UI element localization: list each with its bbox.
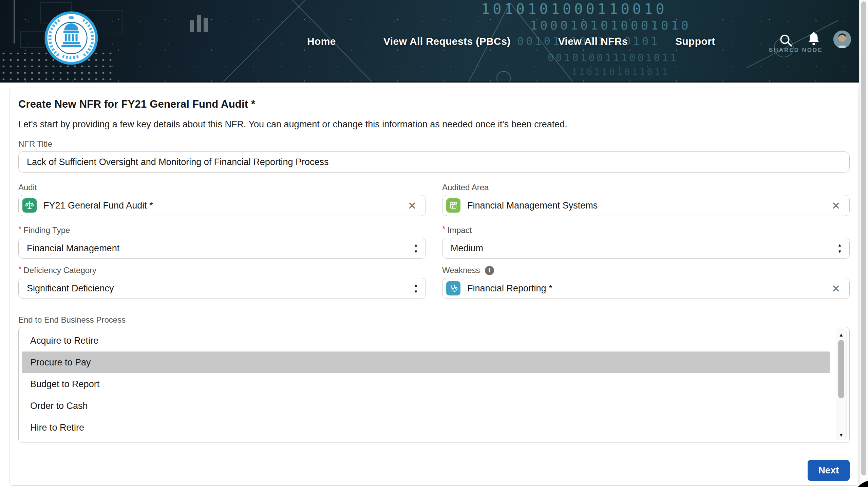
- deficiency-category-label: * Deficiency Category: [18, 266, 426, 275]
- audit-label: Audit: [18, 183, 426, 192]
- business-process-listbox[interactable]: Acquire to Retire Procure to Pay Budget …: [18, 327, 850, 443]
- audit-pill-value: FY21 General Fund Audit *: [43, 200, 153, 211]
- next-button[interactable]: Next: [808, 460, 850, 481]
- business-process-label: End to End Business Process: [18, 315, 850, 325]
- finding-type-value: Financial Management: [27, 243, 119, 254]
- stepper-up-arrow: ▲: [414, 243, 418, 247]
- stepper-down-arrow: ▼: [837, 249, 842, 254]
- scroll-down-arrow-icon[interactable]: ▼: [836, 432, 846, 438]
- search-icon[interactable]: [779, 33, 793, 49]
- required-asterisk: *: [442, 227, 445, 231]
- info-icon[interactable]: i: [485, 266, 494, 275]
- business-process-label-text: End to End Business Process: [18, 315, 126, 325]
- finding-type-select[interactable]: Financial Management ▲ ▼: [18, 238, 426, 259]
- nav-view-all-nfrs[interactable]: View All NFRs: [558, 36, 628, 47]
- deficiency-category-select[interactable]: Significant Deficiency ▲ ▼: [18, 278, 426, 299]
- deficiency-category-label-text: Deficiency Category: [23, 266, 96, 275]
- impact-label-text: Impact: [447, 226, 472, 235]
- impact-select[interactable]: Medium ▲ ▼: [442, 238, 850, 259]
- select-stepper-icon: ▲ ▼: [414, 283, 418, 294]
- audit-label-text: Audit: [18, 183, 37, 192]
- bank-seal-icon: [44, 11, 98, 65]
- finding-type-label-text: Finding Type: [23, 226, 70, 235]
- stepper-down-arrow: ▼: [414, 249, 418, 254]
- app-header: 1010101000110010 1000101010001010 001010…: [0, 0, 859, 83]
- nav-home[interactable]: Home: [307, 36, 336, 47]
- main-navigation: Home View All Requests (PBCs) View All N…: [307, 0, 715, 83]
- user-avatar[interactable]: [833, 31, 851, 48]
- impact-label: * Impact: [442, 226, 850, 235]
- stepper-up-arrow: ▲: [414, 283, 418, 287]
- listbox-option[interactable]: Order to Cash: [22, 395, 830, 417]
- deficiency-category-value: Significant Deficiency: [27, 283, 114, 294]
- agency-logo[interactable]: [44, 11, 98, 65]
- notifications-bell-icon[interactable]: [806, 31, 822, 48]
- audited-area-combobox[interactable]: Financial Management Systems ×: [442, 195, 850, 216]
- required-asterisk: *: [18, 267, 21, 271]
- listbox-option[interactable]: Hire to Retire: [22, 417, 830, 438]
- audited-area-label: Audited Area: [442, 183, 850, 192]
- weakness-clear-icon[interactable]: ×: [830, 282, 842, 295]
- weakness-pill-value: Financial Reporting *: [467, 283, 552, 294]
- page-title: Create New NFR for FY21 General Fund Aud…: [18, 98, 850, 110]
- page-scrollbar-thumb[interactable]: [861, 1, 866, 475]
- audited-area-pill-value: Financial Management Systems: [467, 200, 598, 211]
- listbox-option[interactable]: Acquire to Retire: [22, 330, 830, 351]
- listbox-option-selected[interactable]: Procure to Pay: [22, 351, 830, 373]
- stepper-up-arrow: ▲: [837, 243, 842, 247]
- page-scrollbar[interactable]: [859, 0, 868, 487]
- weakness-label-text: Weakness: [442, 266, 480, 275]
- select-stepper-icon: ▲ ▼: [837, 243, 842, 254]
- form-footer: Next: [18, 460, 850, 481]
- nfr-title-label: NFR Title: [18, 139, 850, 149]
- weakness-label: Weakness i: [442, 266, 850, 275]
- nav-view-all-requests[interactable]: View All Requests (PBCs): [383, 36, 511, 47]
- audited-area-clear-icon[interactable]: ×: [830, 199, 842, 212]
- stethoscope-icon: [446, 281, 460, 295]
- audit-combobox[interactable]: FY21 General Fund Audit * ×: [18, 195, 426, 216]
- scales-icon: [22, 198, 37, 213]
- listbox-scrollbar[interactable]: ▲ ▼: [836, 329, 847, 440]
- page-subtitle: Let's start by providing a few key detai…: [18, 119, 850, 130]
- impact-value: Medium: [451, 243, 483, 254]
- audit-clear-icon[interactable]: ×: [406, 199, 418, 212]
- nav-support[interactable]: Support: [675, 36, 715, 47]
- stepper-down-arrow: ▼: [414, 289, 418, 294]
- select-stepper-icon: ▲ ▼: [414, 243, 418, 254]
- weakness-combobox[interactable]: Financial Reporting * ×: [442, 278, 850, 299]
- required-asterisk: *: [18, 227, 21, 231]
- listbox-option[interactable]: Budget to Report: [22, 373, 830, 395]
- audited-area-label-text: Audited Area: [442, 183, 489, 192]
- listbox-scrollbar-thumb[interactable]: [838, 340, 844, 398]
- scroll-up-arrow-icon[interactable]: ▲: [836, 332, 846, 338]
- storefront-icon: [446, 198, 460, 213]
- nfr-title-input[interactable]: [18, 151, 850, 173]
- app-window: 1010101000110010 1000101010001010 001010…: [0, 0, 868, 487]
- finding-type-label: * Finding Type: [18, 226, 426, 235]
- nfr-title-label-text: NFR Title: [18, 139, 52, 149]
- nfr-form-card: Create New NFR for FY21 General Fund Aud…: [9, 88, 859, 486]
